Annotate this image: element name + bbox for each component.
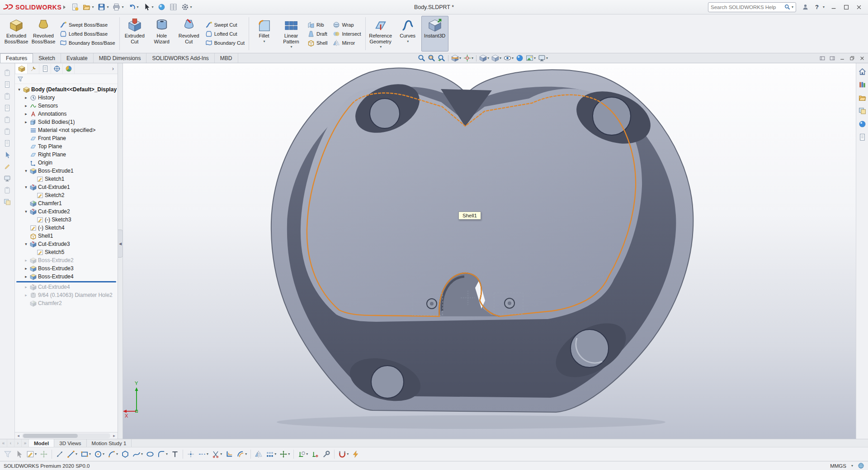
next-pane-button[interactable] <box>828 54 837 62</box>
dropdown-caret-icon[interactable]: ▾ <box>306 452 308 456</box>
dropdown-caret-icon[interactable]: ▾ <box>263 40 265 43</box>
dropdown-caret-icon[interactable]: ▾ <box>472 56 473 60</box>
tab-solidworks-add-ins[interactable]: SOLIDWORKS Add-Ins <box>146 53 214 63</box>
rapid-sketch-button[interactable] <box>350 449 361 459</box>
zoom-to-area-button[interactable] <box>427 54 436 62</box>
dropdown-caret-icon[interactable]: ▾ <box>75 452 77 456</box>
centerpoint-arc-button[interactable]: ▾ <box>106 449 119 459</box>
dropdown-caret-icon[interactable]: ▾ <box>92 5 94 9</box>
help-search-box[interactable]: ▾ <box>708 2 796 12</box>
tree-horizontal-scrollbar[interactable]: ◂ ▸ <box>15 432 118 439</box>
options-button[interactable]: ▾ <box>179 2 194 12</box>
tree-item-history[interactable]: ▸History <box>15 94 118 102</box>
sketch-fillet-button[interactable]: ▾ <box>156 449 169 459</box>
tab-features[interactable]: Features <box>0 53 33 63</box>
file-explorer-tab[interactable] <box>857 93 867 102</box>
section-view-button[interactable]: ▾ <box>450 54 462 62</box>
view-settings-button[interactable]: ▾ <box>537 54 549 62</box>
tree-item-sketch3[interactable]: (-) Sketch3 <box>15 216 118 224</box>
left-rail-button-2[interactable] <box>2 80 13 89</box>
search-scope-caret-icon[interactable]: ▾ <box>792 5 793 9</box>
dropdown-caret-icon[interactable]: ▾ <box>89 452 91 456</box>
hole-wizard-button[interactable]: Hole Wizard <box>148 16 175 52</box>
tree-item-9-64-0-14063-diameter-hole2[interactable]: ▸9/64 (0.14063) Diameter Hole2 <box>15 291 118 299</box>
dropdown-caret-icon[interactable]: ▾ <box>380 45 382 49</box>
login-button[interactable] <box>799 2 811 12</box>
left-rail-button-8[interactable] <box>2 150 13 160</box>
doc-tab-model[interactable]: Model <box>29 439 54 447</box>
ellipse-button[interactable] <box>145 449 156 459</box>
previous-pane-button[interactable] <box>818 54 827 62</box>
expand-arrow-icon[interactable]: ▸ <box>24 95 28 100</box>
left-rail-button-12[interactable] <box>2 197 13 207</box>
dropdown-caret-icon[interactable]: ▾ <box>103 452 104 456</box>
boundary-boss-base-button[interactable]: Boundary Boss/Base <box>58 39 117 47</box>
close-document-button[interactable] <box>858 54 867 62</box>
dropdown-caret-icon[interactable]: ▾ <box>500 56 501 60</box>
tree-item-boss-extrude1[interactable]: ▾Boss-Extrude1 <box>15 167 118 175</box>
view-palette-tab[interactable] <box>857 106 867 115</box>
expand-arrow-icon[interactable]: ▸ <box>24 266 28 271</box>
curves-button[interactable]: Curves▾ <box>394 16 421 52</box>
move-size-features-button[interactable] <box>38 449 49 459</box>
point-button[interactable] <box>185 449 196 459</box>
left-rail-button-7[interactable] <box>2 138 13 148</box>
dropdown-caret-icon[interactable]: ▾ <box>190 5 192 9</box>
extruded-cut-button[interactable]: Extruded Cut <box>121 16 148 52</box>
help-caret-icon[interactable]: ▾ <box>823 5 825 9</box>
tree-item-shell1[interactable]: Shell1 <box>15 232 118 240</box>
appearances-scenes-tab[interactable] <box>857 119 867 128</box>
dropdown-caret-icon[interactable]: ▾ <box>122 5 123 9</box>
file-properties-button[interactable] <box>168 2 179 12</box>
dropdown-caret-icon[interactable]: ▾ <box>245 452 247 456</box>
panel-splitter[interactable]: ◀ <box>118 63 123 439</box>
expand-arrow-icon[interactable]: ▾ <box>24 185 28 189</box>
tree-item-annotations[interactable]: ▸Annotations <box>15 110 118 118</box>
dropdown-caret-icon[interactable]: ▾ <box>459 56 461 60</box>
tree-item-top-plane[interactable]: Top Plane <box>15 142 118 150</box>
spline-button[interactable]: ▾ <box>131 449 144 459</box>
collapse-panel-handle[interactable]: ◀ <box>118 230 123 258</box>
save-button[interactable]: ▾ <box>96 2 110 12</box>
close-button[interactable] <box>853 2 865 12</box>
displaymanager-tab[interactable] <box>63 64 75 74</box>
linear-sketch-pattern-button[interactable]: ▾ <box>264 449 278 459</box>
revolved-cut-button[interactable]: Revolved Cut <box>175 16 203 52</box>
display-delete-relations-button[interactable]: ▾ <box>296 449 309 459</box>
sketch-button[interactable]: ▾ <box>25 449 38 459</box>
circle-button[interactable]: ▾ <box>93 449 106 459</box>
line-button[interactable]: ▾ <box>66 449 79 459</box>
dynamic-annotation-views-button[interactable]: ▾ <box>462 54 474 62</box>
tree-item-sketch1[interactable]: Sketch1 <box>15 175 118 183</box>
wrap-button[interactable]: Wrap <box>331 21 362 29</box>
expand-arrow-icon[interactable]: ▾ <box>24 169 28 173</box>
scroll-right-icon[interactable]: ▸ <box>111 433 118 438</box>
dropdown-caret-icon[interactable]: ▾ <box>487 56 489 60</box>
expand-arrow-icon[interactable]: ▸ <box>24 293 28 297</box>
tree-item-cut-extrude1[interactable]: ▾Cut-Extrude1 <box>15 183 118 191</box>
polygon-button[interactable] <box>120 449 131 459</box>
units-selector[interactable]: MMGS <box>830 463 846 469</box>
help-button[interactable]: ? <box>814 4 820 10</box>
undo-button[interactable]: ▾ <box>126 2 141 12</box>
tree-item-right-plane[interactable]: Right Plane <box>15 150 118 159</box>
smart-dimension-button[interactable] <box>54 449 65 459</box>
scroll-left-icon[interactable]: ◂ <box>15 433 22 438</box>
new-document-button[interactable] <box>69 2 80 12</box>
dropdown-caret-icon[interactable]: ▾ <box>274 452 276 456</box>
select-button[interactable]: ▾ <box>141 2 156 12</box>
tree-item-boss-extrude2[interactable]: ▸Boss-Extrude2 <box>15 256 118 264</box>
dropdown-caret-icon[interactable]: ▾ <box>166 452 168 456</box>
expand-arrow-icon[interactable]: ▾ <box>17 87 22 92</box>
doc-tab-nav-3[interactable]: › <box>14 439 22 447</box>
restore-document-button[interactable] <box>848 54 857 62</box>
tree-item-chamfer2[interactable]: Chamfer2 <box>15 299 118 307</box>
tree-item-body-default-default-display-sta[interactable]: ▾Body (Default<<Default>_Display Sta <box>15 85 118 94</box>
tree-item-material-not-specified[interactable]: Material <not specified> <box>15 126 118 134</box>
view-orientation-button[interactable]: ▾ <box>478 54 490 62</box>
lofted-boss-base-button[interactable]: Lofted Boss/Base <box>58 30 117 38</box>
convert-entities-button[interactable] <box>224 449 235 459</box>
doc-tab-motion-study-1[interactable]: Motion Study 1 <box>87 439 132 447</box>
dropdown-caret-icon[interactable]: ▾ <box>207 452 208 456</box>
boundary-cut-button[interactable]: Boundary Cut <box>204 39 246 47</box>
